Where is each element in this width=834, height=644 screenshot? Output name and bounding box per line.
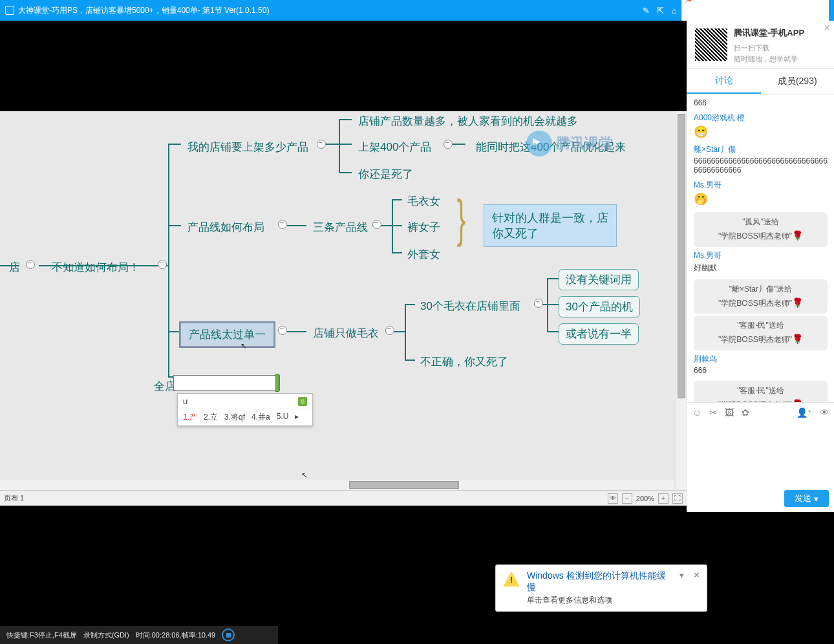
node-wrong-die[interactable]: 不正确，你又死了 xyxy=(414,352,515,372)
gift-message: "客服-民"送给"学院BOSS明杰老师"🌹 xyxy=(694,381,828,402)
node-three-lines[interactable]: 三条产品线 xyxy=(306,217,374,237)
gift-message: "客服-民"送给"学院BOSS明杰老师"🌹 xyxy=(694,316,828,350)
qr-code-icon xyxy=(694,27,729,62)
watermark: 腾讯课堂 xyxy=(526,131,613,156)
ime-candidate[interactable]: 2.立 xyxy=(204,412,218,423)
view-eye-icon[interactable]: 👁 xyxy=(608,493,618,504)
video-area: 店 不知道如何布局！ 我的店铺要上架多少产品 店铺产品数量越多，被人家看到的机会… xyxy=(0,21,687,512)
node-toggle-icon[interactable] xyxy=(278,220,287,229)
node-single-line[interactable]: 产品线太过单一 xyxy=(180,322,275,347)
node-toggle-icon[interactable] xyxy=(317,140,326,149)
horizontal-scrollbar[interactable] xyxy=(0,480,674,490)
node-product-line-layout[interactable]: 产品线如何布局 xyxy=(181,217,271,237)
send-button[interactable]: 发送▾ xyxy=(784,490,829,507)
ime-next-icon[interactable]: ▸ xyxy=(295,412,299,423)
fit-icon[interactable]: ⛶ xyxy=(672,493,683,504)
vertical-scrollbar[interactable] xyxy=(676,111,687,490)
mindmap-status-bar: 页布 1 👁 − 200% + ⛶ xyxy=(0,490,687,506)
node-only-sweater[interactable]: 店铺只做毛衣 xyxy=(306,323,385,343)
node-toggle-icon[interactable] xyxy=(372,220,381,229)
chat-user[interactable]: A000游戏机 橙 xyxy=(694,113,828,123)
scissors-icon[interactable]: ✂ xyxy=(709,407,717,418)
home-icon[interactable]: ⌂ xyxy=(667,6,681,16)
warning-icon xyxy=(502,570,520,588)
user-add-icon[interactable]: 👤⁺ xyxy=(797,407,812,418)
node-more-products-more-exposure[interactable]: 店铺产品数量越多，被人家看到的机会就越多 xyxy=(352,111,584,131)
tabs: 讨论 成员(293) xyxy=(687,69,834,94)
toast-collapse-icon[interactable]: ▾ xyxy=(679,570,684,580)
node-same-crowd-die[interactable]: 针对的人群是一致，店 你又死了 xyxy=(484,204,617,247)
chat-toolbar: ☺ ✂ 🖼 ✿ 👤⁺ 👁 xyxy=(687,402,834,422)
chat-input[interactable]: 发送▾ xyxy=(687,422,834,512)
node-sweater[interactable]: 毛衣女 xyxy=(401,191,447,211)
node-no-keywords[interactable]: 没有关键词用 xyxy=(559,269,639,290)
ime-candidates[interactable]: 1.产 2.立 3.将qf 4.并a 5.U ▸ xyxy=(178,409,312,425)
page-label[interactable]: 页布 1 xyxy=(4,493,24,503)
window-title: 大神课堂-巧用PS，店铺访客暴增5000+，销量400单- 第1节 Ver(1.… xyxy=(18,5,639,16)
brace-icon: } xyxy=(457,208,465,229)
panel-title: 腾讯课堂-手机APP xyxy=(734,27,804,39)
node-coat[interactable]: 外套女 xyxy=(401,244,447,264)
node-not-know-layout[interactable]: 不知道如何布局！ xyxy=(45,257,146,277)
zoom-level[interactable]: 200% xyxy=(636,495,654,502)
node-toggle-icon[interactable] xyxy=(278,326,287,335)
tab-members[interactable]: 成员(293) xyxy=(761,69,835,94)
chat-user[interactable]: 離×Star丿傷 xyxy=(694,144,828,155)
node-root-store[interactable]: 店 xyxy=(3,257,27,277)
node-or-half[interactable]: 或者说有一半 xyxy=(559,323,639,345)
recorder-mode[interactable]: 录制方式(GDI) xyxy=(83,630,129,640)
minimize-icon[interactable]: — xyxy=(682,6,696,16)
node-toggle-icon[interactable] xyxy=(158,260,167,269)
chat-user[interactable]: Ms.男哥 xyxy=(694,250,828,261)
tab-discuss[interactable]: 讨论 xyxy=(687,69,761,94)
recorder-hotkeys: 快捷键:F3停止,F4截屏 xyxy=(6,630,77,640)
eye-icon[interactable]: 👁 xyxy=(820,407,829,418)
emoji-laugh-icon: 🤭 xyxy=(694,192,828,206)
recorder-stop-button[interactable] xyxy=(222,628,235,641)
rose-icon: 🌹 xyxy=(792,399,803,402)
chat-user[interactable]: 荆棘鸟 xyxy=(694,354,828,365)
rose-icon: 🌹 xyxy=(792,334,803,344)
node-how-many-products[interactable]: 我的店铺要上架多少产品 xyxy=(181,137,315,157)
ime-candidate[interactable]: 1.产 xyxy=(183,412,197,423)
node-edit-input[interactable] xyxy=(173,375,280,391)
windows-perf-toast[interactable]: Windows 检测到您的计算机性能缓慢 单击查看更多信息和选项 ▾ ✕ xyxy=(495,564,707,612)
zoom-in-icon[interactable]: + xyxy=(658,493,668,504)
gift-message: "離×Star丿傷"送给"学院BOSS明杰老师"🌹 xyxy=(694,279,828,314)
node-30-products[interactable]: 30个产品的机 xyxy=(559,296,640,317)
panel-sub2: 随时随地，想学就学 xyxy=(734,54,804,65)
node-toggle-icon[interactable] xyxy=(385,326,394,335)
emoji-grin-icon: 😁 xyxy=(694,125,828,139)
cursor-icon: ↖ xyxy=(241,341,247,350)
ime-candidate[interactable]: 3.将qf xyxy=(224,412,245,423)
node-you-die[interactable]: 你还是死了 xyxy=(352,164,420,184)
node-toggle-icon[interactable] xyxy=(26,260,35,269)
flower-icon[interactable]: ✿ xyxy=(742,407,749,418)
chat-panel: ✕ 腾讯课堂-手机APP 扫一扫下载 随时随地，想学就学 讨论 成员(293) … xyxy=(687,21,834,512)
ime-candidate[interactable]: 5.U xyxy=(277,412,289,423)
node-30-sweaters[interactable]: 30个毛衣在店铺里面 xyxy=(414,296,527,316)
zoom-out-icon[interactable]: − xyxy=(622,493,632,504)
node-toggle-icon[interactable] xyxy=(534,299,543,308)
mindmap-canvas[interactable]: 店 不知道如何布局！ 我的店铺要上架多少产品 店铺产品数量越多，被人家看到的机会… xyxy=(0,111,687,506)
emoji-button-icon[interactable]: ☺ xyxy=(692,407,701,418)
chat-list[interactable]: 666 A000游戏机 橙😁 離×Star丿傷66666666666666666… xyxy=(687,94,834,402)
panel-close-icon[interactable]: ✕ xyxy=(824,23,830,32)
share-icon[interactable]: ⇱ xyxy=(653,6,667,16)
edit-cursor-icon xyxy=(275,374,279,392)
chat-user[interactable]: Ms.男哥 xyxy=(694,180,828,191)
ime-candidate[interactable]: 4.并a xyxy=(251,412,270,423)
node-list-400[interactable]: 上架400个产品 xyxy=(352,137,438,157)
gift-message: "孤风"送给"学院BOSS明杰老师"🌹 xyxy=(694,212,828,247)
node-toggle-icon[interactable] xyxy=(444,140,453,149)
play-icon xyxy=(526,131,552,156)
recorder-bar: 快捷键:F3停止,F4截屏 录制方式(GDI) 时间:00:28:06,帧率:1… xyxy=(0,626,278,644)
ime-panel[interactable]: u S 1.产 2.立 3.将qf 4.并a 5.U ▸ xyxy=(177,393,313,426)
toast-close-icon[interactable]: ✕ xyxy=(693,570,700,580)
rose-icon: 🌹 xyxy=(792,230,803,241)
edit-icon[interactable]: ✎ xyxy=(639,6,653,16)
chevron-down-icon: ▾ xyxy=(814,494,818,504)
node-pants[interactable]: 裤女子 xyxy=(401,217,447,237)
image-icon[interactable]: 🖼 xyxy=(725,407,734,418)
pin-icon[interactable]: 📌 xyxy=(682,0,696,3)
